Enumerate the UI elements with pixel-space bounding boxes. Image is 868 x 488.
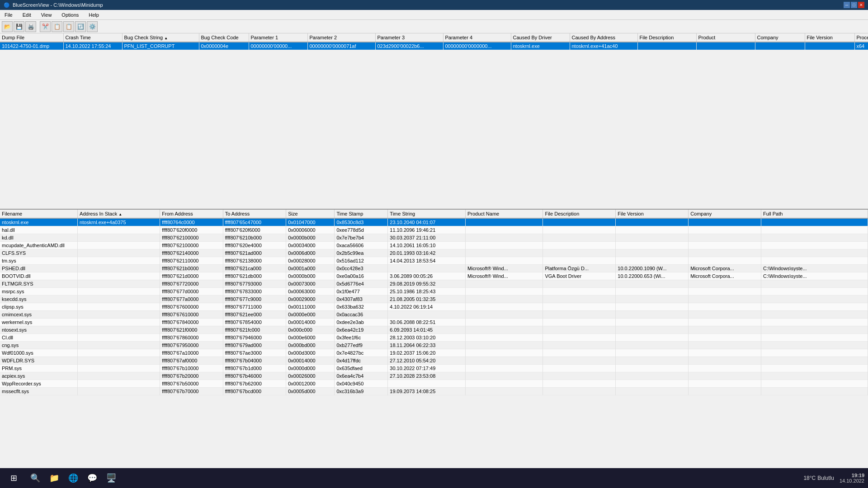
module-list-section: Filename Address In Stack From Address T… <box>0 210 868 475</box>
menu-file[interactable]: File <box>2 11 15 19</box>
col-caused-by-driver[interactable]: Caused By Driver <box>511 33 570 42</box>
col-from-address[interactable]: From Address <box>160 210 223 218</box>
taskbar-icons: 🔍 📁 🌐 💬 🖥️ <box>27 470 119 486</box>
module-table-row[interactable]: BOOTVID.dllffff807'621d0000ffff807'621db… <box>0 272 868 280</box>
col-param3[interactable]: Parameter 3 <box>375 33 443 42</box>
module-table-row[interactable]: ntosext.sysffff807'621f0000ffff807'621fc… <box>0 326 868 334</box>
module-table-row[interactable]: FLTMGR.SYSffff807'67720000ffff807'677930… <box>0 280 868 288</box>
toolbar-refresh[interactable]: 🔃 <box>75 21 86 32</box>
taskbar-time-date: 19:19 14.10.2022 <box>840 473 864 483</box>
main-container: Dump File Crash Time Bug Check String Bu… <box>0 33 868 488</box>
col-processor[interactable]: Processor <box>854 33 868 42</box>
col-time-stamp[interactable]: Time Stamp <box>335 210 388 218</box>
crash-table-row[interactable]: 101422-4750-01.dmp14.10.2022 17:55:24PFN… <box>0 42 868 50</box>
col-product[interactable]: Product <box>696 33 755 42</box>
col-file-description-mod[interactable]: File Description <box>543 210 616 218</box>
col-file-description[interactable]: File Description <box>637 33 696 42</box>
taskbar-right: 18°C Bulutlu 19:19 14.10.2022 <box>803 473 864 483</box>
module-table-row[interactable]: cng.sysffff807'67950000ffff807'679ad0000… <box>0 342 868 349</box>
minimize-button[interactable]: ─ <box>844 2 850 8</box>
toolbar-cut[interactable]: ✂️ <box>40 21 51 32</box>
col-full-path[interactable]: Full Path <box>761 210 868 218</box>
module-table-row[interactable]: Wdf01000.sysffff807'67a10000ffff807'67ae… <box>0 349 868 357</box>
toolbar: 📂 💾 🖨️ ✂️ 📋 📋 🔃 ⚙️ <box>0 20 868 33</box>
module-table-row[interactable]: CI.dllffff807'67860000ffff807'679460000x… <box>0 334 868 342</box>
col-address-in-stack[interactable]: Address In Stack <box>78 210 160 218</box>
taskbar-files-icon[interactable]: 📁 <box>46 470 62 486</box>
toolbar-open[interactable]: 📂 <box>2 21 13 32</box>
crash-table-scroll[interactable]: Dump File Crash Time Bug Check String Bu… <box>0 33 868 209</box>
module-table-header-row: Filename Address In Stack From Address T… <box>0 210 868 218</box>
col-param2[interactable]: Parameter 2 <box>307 33 375 42</box>
taskbar-search-icon[interactable]: 🔍 <box>27 470 43 486</box>
menu-view[interactable]: View <box>38 11 55 19</box>
weather-temp: 18°C <box>803 475 816 481</box>
toolbar-paste[interactable]: 📋 <box>63 21 74 32</box>
module-table-row[interactable]: kd.dllffff807'62100000ffff807'6210b0000x… <box>0 234 868 242</box>
taskbar-browser-icon[interactable]: 🌐 <box>65 470 81 486</box>
col-size[interactable]: Size <box>286 210 335 218</box>
module-table-row[interactable]: clipsp.sysffff807'67600000ffff807'677110… <box>0 303 868 311</box>
title-bar: 🔵 BlueScreenView - C:\Windows\Minidump ─… <box>0 0 868 10</box>
taskbar-time: 19:19 <box>840 473 864 478</box>
crash-table-header-row: Dump File Crash Time Bug Check String Bu… <box>0 33 868 42</box>
module-table-row[interactable]: werkernel.sysffff807'67840000ffff807'678… <box>0 319 868 326</box>
title-bar-controls: ─ □ ✕ <box>844 2 864 8</box>
module-table-row[interactable]: WppRecorder.sysffff807'67b50000ffff807'6… <box>0 380 868 388</box>
col-company[interactable]: Company <box>755 33 805 42</box>
menu-edit[interactable]: Edit <box>20 11 34 19</box>
col-param1[interactable]: Parameter 1 <box>249 33 307 42</box>
col-filename[interactable]: Filename <box>0 210 78 218</box>
toolbar-save[interactable]: 💾 <box>14 21 24 32</box>
close-button[interactable]: ✕ <box>858 2 864 8</box>
module-table-row[interactable]: hal.dllffff807'620f0000ffff807'620f60000… <box>0 226 868 234</box>
toolbar-settings[interactable]: ⚙️ <box>87 21 98 32</box>
col-caused-by-address[interactable]: Caused By Address <box>570 33 637 42</box>
weather-desc: Bulutlu <box>817 475 834 481</box>
weather-widget: 18°C Bulutlu <box>803 475 834 481</box>
app-icon: 🔵 <box>4 2 10 8</box>
start-button[interactable]: ⊞ <box>4 468 24 488</box>
module-table-row[interactable]: WDFLDR.SYSffff807'67af0000ffff807'67b040… <box>0 357 868 365</box>
module-table-row[interactable]: mcupdate_AuthenticAMD.dllffff807'6210000… <box>0 242 868 249</box>
col-bug-check-code[interactable]: Bug Check Code <box>199 33 249 42</box>
module-table-row[interactable]: mssecflt.sysffff807'67b70000ffff807'67bc… <box>0 388 868 395</box>
app-title: BlueScreenView - C:\Windows\Minidump <box>13 2 103 8</box>
module-table-row[interactable]: PSHED.dllffff807'621b0000ffff807'621ca00… <box>0 265 868 272</box>
module-table-row[interactable]: CLFS.SYSffff807'62140000ffff807'621ad000… <box>0 249 868 257</box>
crash-table: Dump File Crash Time Bug Check String Bu… <box>0 33 868 50</box>
module-table-scroll[interactable]: Filename Address In Stack From Address T… <box>0 210 868 475</box>
menu-help[interactable]: Help <box>86 11 102 19</box>
crash-list-section: Dump File Crash Time Bug Check String Bu… <box>0 33 868 210</box>
col-bug-check-string[interactable]: Bug Check String <box>122 33 199 42</box>
col-to-address[interactable]: To Address <box>223 210 286 218</box>
col-product-name[interactable]: Product Name <box>465 210 543 218</box>
module-table: Filename Address In Stack From Address T… <box>0 210 868 395</box>
col-company-mod[interactable]: Company <box>689 210 761 218</box>
taskbar-discord-icon[interactable]: 💬 <box>84 470 100 486</box>
module-table-row[interactable]: acpiex.sysffff807'67b20000ffff807'67b460… <box>0 372 868 380</box>
title-bar-left: 🔵 BlueScreenView - C:\Windows\Minidump <box>4 2 103 8</box>
toolbar-copy[interactable]: 📋 <box>52 21 62 32</box>
col-crash-time[interactable]: Crash Time <box>63 33 122 42</box>
module-table-row[interactable]: ntoskrnl.exentoskrnl.exe+4a0375ffff80764… <box>0 218 868 226</box>
col-dump-file[interactable]: Dump File <box>0 33 63 42</box>
taskbar-remote-icon[interactable]: 🖥️ <box>103 470 119 486</box>
module-table-row[interactable]: tm.sysffff807'62110000ffff807'621380000x… <box>0 257 868 265</box>
module-table-row[interactable]: PRM.sysffff807'67b10000ffff807'67b1d0000… <box>0 365 868 372</box>
col-param4[interactable]: Parameter 4 <box>443 33 511 42</box>
taskbar-date: 14.10.2022 <box>840 478 864 483</box>
module-table-row[interactable]: cmimcext.sysffff807'67610000ffff807'621e… <box>0 311 868 319</box>
taskbar: ⊞ 🔍 📁 🌐 💬 🖥️ 18°C Bulutlu 19:19 14.10.20… <box>0 468 868 488</box>
module-table-row[interactable]: ksecdd.sysffff807'677a0000ffff807'677c90… <box>0 296 868 303</box>
menu-options[interactable]: Options <box>59 11 81 19</box>
module-table-row[interactable]: msrpc.sysffff807'677d0000ffff807'6783300… <box>0 288 868 296</box>
toolbar-print[interactable]: 🖨️ <box>25 21 36 32</box>
col-file-version-mod[interactable]: File Version <box>616 210 689 218</box>
maximize-button[interactable]: □ <box>851 2 857 8</box>
col-file-version[interactable]: File Version <box>805 33 854 42</box>
col-time-string[interactable]: Time String <box>388 210 466 218</box>
menu-bar: File Edit View Options Help <box>0 10 868 20</box>
